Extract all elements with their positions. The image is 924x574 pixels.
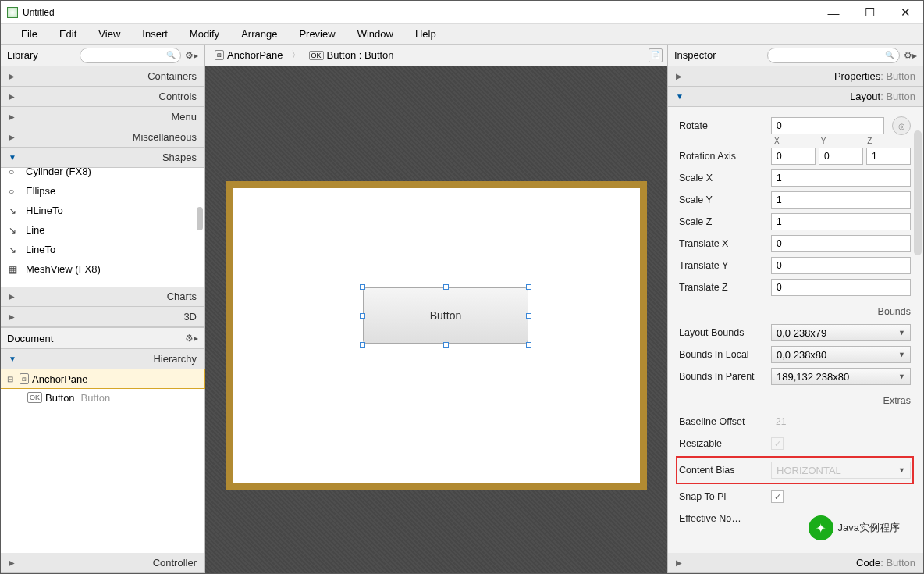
inspector-scrollbar[interactable] — [914, 130, 922, 255]
layout-bounds-combo[interactable]: 0,0 238x79▼ — [771, 324, 911, 341]
gear-icon[interactable]: ⚙▸ — [184, 333, 198, 344]
tree-row-anchorpane[interactable]: ⊟ ⧈ AnchorPane — [1, 369, 204, 388]
library-header: Library ⚙▸ — [1, 45, 204, 66]
lib-item-hlineto[interactable]: ↘HLineTo — [1, 201, 204, 220]
crumb-anchorpane[interactable]: ⧈AnchorPane — [210, 49, 288, 61]
lib-item-meshview[interactable]: ▦MeshView (FX8) — [1, 259, 204, 279]
cylinder-icon: ○ — [9, 168, 21, 177]
document-icon[interactable]: 📄 — [649, 48, 663, 62]
section-code[interactable]: ▶Code: Button — [668, 553, 923, 573]
resize-handle-ne[interactable] — [526, 284, 531, 290]
rotation-x-input[interactable] — [771, 148, 816, 165]
library-title: Library — [7, 49, 80, 61]
canvas[interactable]: Button — [205, 66, 667, 573]
inspector-search[interactable] — [767, 48, 900, 63]
reset-button[interactable]: ◎ — [892, 116, 911, 135]
canvas-frame[interactable]: Button — [226, 181, 647, 490]
section-menu[interactable]: ▶Menu — [1, 107, 204, 127]
snap-checkbox[interactable]: ✓ — [771, 490, 784, 503]
hlineto-icon: ↘ — [9, 205, 21, 216]
resizable-checkbox: ✓ — [771, 437, 784, 450]
snap-label: Snap To Pi — [679, 491, 771, 502]
rotation-y-input[interactable] — [819, 148, 863, 165]
resize-handle-sw[interactable] — [360, 342, 365, 348]
library-search[interactable] — [80, 48, 181, 63]
menu-preview[interactable]: Preview — [288, 25, 346, 43]
menu-file[interactable]: File — [10, 25, 48, 43]
section-miscellaneous[interactable]: ▶Miscellaneous — [1, 127, 204, 148]
translate-z-input[interactable] — [771, 279, 911, 296]
scale-x-input[interactable] — [771, 169, 911, 187]
gear-icon[interactable]: ⚙▸ — [903, 50, 917, 61]
scale-x-label: Scale X — [679, 173, 771, 184]
close-button[interactable]: ✕ — [887, 1, 923, 24]
document-header: Document ⚙▸ — [1, 327, 204, 349]
menu-insert[interactable]: Insert — [131, 25, 179, 43]
section-hierarchy[interactable]: ▼Hierarchy — [1, 349, 204, 369]
section-controls[interactable]: ▶Controls — [1, 87, 204, 107]
minimize-button[interactable]: — — [816, 1, 851, 24]
extras-header: Extras — [679, 387, 911, 411]
section-charts[interactable]: ▶Charts — [1, 287, 204, 307]
translate-z-label: Translate Z — [679, 282, 771, 293]
translate-y-input[interactable] — [771, 257, 911, 274]
bounds-local-label: Bounds In Local — [679, 349, 771, 360]
lib-item-ellipse[interactable]: ○Ellipse — [1, 181, 204, 201]
guide-line — [354, 316, 362, 316]
inspector-body: Rotate◎ XYZ Rotation Axis Scale X Scale … — [668, 107, 923, 553]
translate-x-input[interactable] — [771, 235, 911, 252]
rotate-label: Rotate — [679, 120, 771, 131]
tree-row-button[interactable]: OK Button Button — [1, 388, 204, 407]
scale-y-input[interactable] — [771, 191, 911, 209]
inspector-header: Inspector ⚙▸ — [668, 45, 923, 66]
line-icon: ↘ — [9, 225, 21, 236]
preview-button[interactable]: Button — [363, 287, 528, 344]
chevron-down-icon: ▼ — [898, 373, 905, 380]
scale-z-input[interactable] — [771, 213, 911, 230]
disclosure-icon[interactable]: ⊟ — [7, 375, 16, 383]
guide-line — [446, 279, 446, 287]
resize-handle-se[interactable] — [526, 342, 531, 348]
section-shapes[interactable]: ▼Shapes — [1, 148, 204, 168]
bounds-local-combo[interactable]: 0,0 238x80▼ — [771, 346, 911, 363]
library-scrollbar[interactable] — [197, 207, 203, 230]
menu-view[interactable]: View — [87, 25, 131, 43]
chevron-icon: 〉 — [291, 48, 301, 62]
section-layout[interactable]: ▼Layout: Button — [668, 87, 923, 107]
ellipse-icon: ○ — [9, 186, 21, 197]
translate-y-label: Translate Y — [679, 260, 771, 271]
gear-icon[interactable]: ⚙▸ — [184, 50, 198, 61]
baseline-label: Baseline Offset — [679, 416, 771, 427]
section-properties[interactable]: ▶Properties: Button — [668, 66, 923, 87]
anchorpane-icon: ⧈ — [20, 373, 29, 384]
left-panel: Library ⚙▸ ▶Containers ▶Controls ▶Menu ▶… — [1, 45, 205, 573]
lib-item-lineto[interactable]: ↘LineTo — [1, 240, 204, 259]
bounds-parent-combo[interactable]: 189,132 238x80▼ — [771, 368, 911, 385]
chevron-down-icon: ▼ — [898, 466, 905, 474]
menu-edit[interactable]: Edit — [48, 25, 87, 43]
section-controller[interactable]: ▶Controller — [1, 553, 204, 573]
menu-arrange[interactable]: Arrange — [230, 25, 288, 43]
lib-item-line[interactable]: ↘Line — [1, 220, 204, 240]
inspector-panel: Inspector ⚙▸ ▶Properties: Button ▼Layout… — [667, 45, 923, 573]
section-3d[interactable]: ▶3D — [1, 307, 204, 327]
menu-window[interactable]: Window — [346, 25, 404, 43]
window-title: Untitled — [23, 7, 816, 18]
rotation-z-input[interactable] — [866, 148, 911, 165]
crumb-button[interactable]: OKButton : Button — [304, 49, 399, 61]
bounds-parent-label: Bounds In Parent — [679, 371, 771, 382]
translate-x-label: Translate X — [679, 238, 771, 249]
bounds-header: Bounds — [679, 298, 911, 322]
resize-handle-nw[interactable] — [360, 284, 365, 290]
content-bias-highlight: Content BiasHORIZONTAL▼ — [676, 456, 914, 484]
lib-item-cylinder[interactable]: ○Cylinder (FX8) — [1, 168, 204, 181]
rotate-input[interactable] — [771, 117, 884, 134]
scale-y-label: Scale Y — [679, 194, 771, 205]
meshview-icon: ▦ — [9, 264, 21, 275]
section-containers[interactable]: ▶Containers — [1, 66, 204, 87]
menu-modify[interactable]: Modify — [179, 25, 230, 43]
titlebar: Untitled — ☐ ✕ — [1, 1, 923, 24]
lineto-icon: ↘ — [9, 244, 21, 255]
maximize-button[interactable]: ☐ — [851, 1, 887, 24]
menu-help[interactable]: Help — [404, 25, 447, 43]
